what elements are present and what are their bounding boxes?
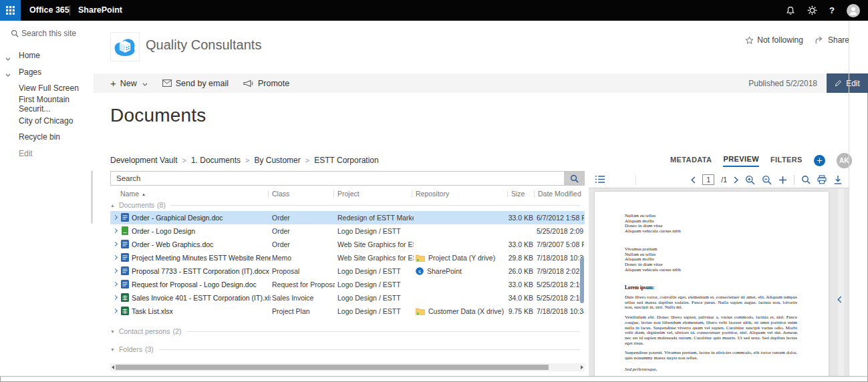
chevron-right-icon[interactable] [113,215,118,220]
table-row[interactable]: Sales Invoice 401 - ESTT Corporation (IT… [110,291,585,305]
group-header-contact-persons[interactable]: ▼ Contact persons (2) [110,327,585,336]
sidebar-item-recycle-bin[interactable]: Recycle bin [0,129,94,145]
site-header: Quality Consultants Not following Share [94,21,868,73]
sidebar-scrollbar[interactable] [91,170,93,224]
list-search-input[interactable] [111,172,564,185]
chevron-down-icon[interactable] [5,53,11,63]
print-icon[interactable] [817,175,827,184]
chevron-right-icon[interactable] [113,295,118,300]
table-row[interactable]: Order - Web Graphics.doc Order Web Site … [110,238,585,251]
preview-scrollbar-track[interactable] [838,188,844,376]
notifications-bell-icon[interactable] [786,6,795,15]
previous-page-icon[interactable] [691,176,696,184]
chevron-right-icon[interactable] [113,309,118,313]
breadcrumb-item[interactable]: 1. Documents [191,156,241,165]
page-number-input[interactable] [702,174,714,185]
user-avatar-ak[interactable]: AK [837,153,852,168]
brand-sharepoint[interactable]: SharePoint [78,0,122,21]
table-row[interactable]: Project Meeting Minutes ESTT Website Ren… [110,251,585,264]
file-name[interactable]: Order - Logo Design [132,227,271,235]
breadcrumb-item[interactable]: By Customer [254,156,300,165]
edit-button[interactable]: Edit [827,73,868,93]
file-name[interactable]: Proposal 7733 - ESTT Corporation (IT).do… [132,267,271,275]
breadcrumb-item[interactable]: Development Vault [110,156,178,165]
column-divider [412,190,412,198]
column-header-size[interactable]: Size [511,190,525,198]
add-circle-button[interactable] [814,155,825,166]
vertical-scrollbar-thumb[interactable] [580,258,584,303]
tab-preview[interactable]: PREVIEW [723,155,759,167]
settings-gear-icon[interactable] [807,5,817,15]
help-icon[interactable]: ? [829,5,835,15]
site-title[interactable]: Quality Consultants [146,37,261,53]
cell-size: 34.0 KB [491,294,533,302]
promote-button[interactable]: Promote [243,79,289,88]
send-by-email-button[interactable]: Send by email [162,79,229,88]
breadcrumb-item[interactable]: ESTT Corporation [314,156,379,165]
column-header-class[interactable]: Class [272,190,289,198]
group-header-folders[interactable]: ▼ Folders (3) [110,345,585,354]
user-avatar[interactable] [847,4,860,17]
promote-label: Promote [258,79,289,88]
share-button[interactable]: Share [815,35,849,45]
chevron-down-icon[interactable] [5,69,11,79]
tab-metadata[interactable]: METADATA [670,156,712,166]
column-header-repository[interactable]: Repository [416,190,449,198]
site-logo[interactable] [110,32,140,61]
sidebar-item-label: City of Chicago [19,116,73,126]
column-header-date-modified[interactable]: Date Modified [538,190,581,198]
sidebar-item-home[interactable]: Home [0,47,94,63]
zoom-out-icon[interactable] [762,175,772,185]
sidebar-item-edit[interactable]: Edit [0,145,94,161]
file-name[interactable]: Task List.xlsx [132,307,271,315]
table-row[interactable]: Order - Graphical Design.doc Order Redes… [110,211,585,224]
file-name[interactable]: Order - Graphical Design.doc [132,214,271,222]
table-row[interactable]: Task List.xlsx Project Plan Logo Design … [110,305,585,318]
chevron-down-icon [142,79,148,88]
group-header-documents[interactable]: ▲ Documents (8) [110,200,585,210]
chevron-right-icon[interactable] [113,282,118,286]
download-icon[interactable] [833,175,843,185]
sidebar-item-city-of-chicago[interactable]: City of Chicago [0,113,94,129]
chevron-right-icon[interactable] [113,228,118,233]
site-search[interactable] [11,29,94,38]
follow-button[interactable]: Not following [745,35,803,45]
sidebar-item-view-full-screen[interactable]: View Full Screen [0,80,94,96]
file-name[interactable]: Order - Web Graphics.doc [132,240,271,248]
file-name[interactable]: Request for Proposal - Logo Design.doc [132,280,271,289]
column-header-project[interactable]: Project [337,190,359,198]
brand-office365[interactable]: Office 365 [29,0,69,21]
scroll-right-arrow[interactable] [581,365,583,369]
table-row[interactable]: Order - Logo Design Order Logo Design / … [110,224,585,238]
group-label: Documents [119,201,154,209]
detail-tabs: METADATA PREVIEW FILTERS AK [670,153,852,168]
zoom-in-icon[interactable] [745,175,755,185]
word-file-icon [121,253,129,262]
table-row[interactable]: Request for Proposal - Logo Design.doc R… [110,278,585,291]
app-launcher-button[interactable] [0,0,21,21]
next-page-icon[interactable] [734,176,738,184]
chevron-right-icon[interactable] [113,268,118,273]
new-button[interactable]: +New [110,78,148,88]
thumbnail-list-icon[interactable] [595,175,605,184]
file-name[interactable]: Project Meeting Minutes ESTT Website Ren… [132,254,271,262]
scroll-left-arrow[interactable] [112,365,114,369]
chevron-right-icon[interactable] [113,255,118,260]
collapse-panel-icon[interactable] [837,294,842,306]
table-row[interactable]: Proposal 7733 - ESTT Corporation (IT).do… [110,264,585,278]
chevron-right-icon[interactable] [113,242,118,246]
site-search-input[interactable] [21,29,88,38]
fit-expand-icon[interactable] [778,176,787,184]
sidebar-item-pages[interactable]: Pages [0,63,94,79]
tab-filters[interactable]: FILTERS [770,156,803,166]
horizontal-scrollbar[interactable] [110,363,585,371]
sidebar-item-first-mountain[interactable]: First Mountain Securit... [0,96,94,112]
scrollbar-thumb[interactable] [116,365,549,370]
search-document-icon[interactable] [801,175,811,184]
list-search-button[interactable] [564,172,584,185]
column-header-name[interactable]: Name▲ [120,190,146,198]
cell-class: Project Plan [272,307,335,315]
group-count: (2) [172,327,181,335]
file-name[interactable]: Sales Invoice 401 - ESTT Corporation (IT… [132,294,271,302]
document-page[interactable]: Nullam eu tellus Aliquam mollis Donec in… [595,192,829,376]
